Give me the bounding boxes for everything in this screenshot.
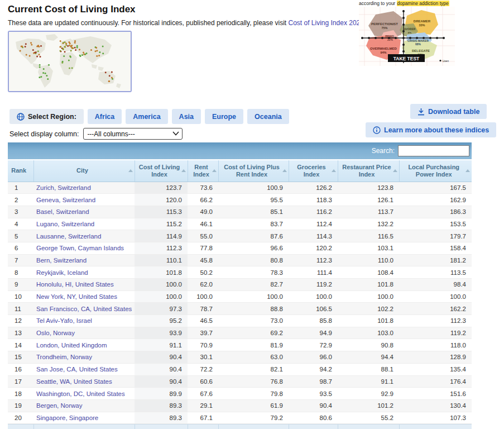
city-link[interactable]: Seattle, WA, United States <box>36 378 112 385</box>
rank-cell: 12 <box>8 315 33 327</box>
sort-caret-icon[interactable] <box>212 169 217 172</box>
ad-pct-overwhelmed: 94% <box>380 51 386 54</box>
value-cell: 112.3 <box>399 315 472 327</box>
city-link[interactable]: Geneva, Switzerland <box>36 197 95 203</box>
map-city-dot <box>75 49 76 51</box>
city-link[interactable]: Zurich, Switzerland <box>36 184 91 191</box>
city-link[interactable]: Trondheim, Norway <box>36 354 92 360</box>
city-link[interactable]: Washington, DC, United States <box>36 390 125 397</box>
map-city-dot <box>33 53 35 54</box>
region-button-europe[interactable]: Europe <box>205 109 243 124</box>
value-cell: 46.1 <box>188 218 218 230</box>
value-cell: 61.9 <box>218 399 289 412</box>
advertisement[interactable]: according to your dopamine addiction typ… <box>359 1 455 67</box>
sort-caret-icon[interactable] <box>128 169 133 172</box>
city-link[interactable]: Bergen, Norway <box>36 402 82 409</box>
display-column-select-wrap: ---All columns--- <box>83 128 183 140</box>
value-cell: 78.3 <box>218 266 289 279</box>
map-city-dot <box>46 75 47 77</box>
value-cell: 132.2 <box>338 218 399 230</box>
city-cell: Geneva, Switzerland <box>33 194 135 206</box>
city-link[interactable]: Tel Aviv-Yafo, Israel <box>36 317 92 324</box>
sort-caret-icon[interactable] <box>465 169 470 172</box>
column-header-cost-of-living-plus-rent-index[interactable]: Cost of Living Plus Rent Index <box>218 160 289 182</box>
table-row: 4Lugano, Switzerland115.246.183.7112.413… <box>8 218 472 230</box>
sort-caret-icon[interactable] <box>393 169 397 172</box>
sort-caret-icon[interactable] <box>332 169 336 172</box>
column-header-groceries-index[interactable]: Groceries Index <box>289 160 338 182</box>
region-button-africa[interactable]: Africa <box>88 109 122 124</box>
region-button-asia[interactable]: Asia <box>172 109 201 124</box>
rank-cell: 7 <box>8 254 33 266</box>
ad-pct-rebel: 22% <box>387 38 393 41</box>
display-column-select[interactable]: ---All columns--- <box>83 128 183 140</box>
value-cell: 100.0 <box>188 290 218 303</box>
footer-cell <box>289 425 338 429</box>
select-region-button[interactable]: Select Region: <box>9 109 84 124</box>
footer-cell <box>33 425 135 429</box>
map-city-dot <box>65 42 67 44</box>
column-header-rent-index[interactable]: Rent Index <box>188 160 218 182</box>
ad-take-test-button[interactable]: TAKE TEST <box>388 54 425 62</box>
city-link[interactable]: San Francisco, CA, United States <box>36 306 132 312</box>
value-cell: 95.5 <box>218 194 289 206</box>
value-cell: 103.0 <box>338 327 399 339</box>
city-link[interactable]: Basel, Switzerland <box>36 208 89 215</box>
sort-caret-icon[interactable] <box>282 169 287 172</box>
page-title: Current Cost of Living Index <box>8 4 136 15</box>
map-city-dot <box>98 55 100 56</box>
city-cell: Basel, Switzerland <box>33 206 135 218</box>
city-link[interactable]: Singapore, Singapore <box>36 414 98 421</box>
world-map-thumbnail[interactable] <box>8 31 132 92</box>
city-link[interactable]: George Town, Cayman Islands <box>36 245 124 251</box>
footer-cell <box>8 425 33 429</box>
column-header-restaurant-price-index[interactable]: Restaurant Price Index <box>338 160 399 182</box>
city-link[interactable]: New York, NY, United States <box>36 293 117 300</box>
region-button-oceania[interactable]: Oceania <box>247 109 289 124</box>
value-cell: 66.2 <box>188 194 218 206</box>
column-header-cost-of-living-index[interactable]: Cost of Living Index <box>135 160 188 182</box>
value-cell: 130.4 <box>399 399 472 412</box>
value-cell: 95.2 <box>135 315 188 327</box>
city-link[interactable]: Oslo, Norway <box>36 330 75 336</box>
city-cell: Honolulu, HI, United States <box>33 279 135 291</box>
value-cell: 72.2 <box>188 363 218 375</box>
city-link[interactable]: Bern, Switzerland <box>36 257 87 264</box>
value-cell: 113.5 <box>399 266 472 279</box>
city-link[interactable]: Lugano, Switzerland <box>36 221 94 227</box>
value-cell: 91.1 <box>135 339 188 351</box>
value-cell: 100.0 <box>338 290 399 303</box>
value-cell: 29.1 <box>188 399 218 412</box>
region-button-america[interactable]: America <box>126 109 167 124</box>
table-row: 11San Francisco, CA, United States97.378… <box>8 303 472 315</box>
city-link[interactable]: Reykjavik, Iceland <box>36 269 88 276</box>
city-link[interactable]: San Jose, CA, United States <box>36 366 118 373</box>
column-header-rank[interactable]: Rank <box>8 160 33 182</box>
value-cell: 110.1 <box>135 254 188 266</box>
historical-index-link[interactable]: Cost of Living Index 2026 <box>289 19 364 27</box>
search-input[interactable] <box>398 145 469 156</box>
map-city-dot <box>96 50 98 51</box>
city-link[interactable]: London, United Kingdom <box>36 342 107 349</box>
ad-brand-label: Liven <box>443 60 449 63</box>
download-table-button[interactable]: Download table <box>410 104 487 119</box>
city-link[interactable]: Honolulu, HI, United States <box>36 281 114 288</box>
sort-caret-icon[interactable] <box>181 169 186 172</box>
map-city-dot <box>25 43 27 45</box>
city-link[interactable]: Lausanne, Switzerland <box>36 233 101 240</box>
rank-cell: 13 <box>8 327 33 339</box>
value-cell: 179.7 <box>399 230 472 242</box>
learn-more-button[interactable]: Learn more about these indices <box>366 122 496 137</box>
subtitle-text: These data are updated continuously. For… <box>8 19 289 27</box>
column-header-local-purchasing-power-index[interactable]: Local Purchasing Power Index <box>399 160 472 182</box>
column-header-city[interactable]: City <box>33 160 135 182</box>
table-row: 9Honolulu, HI, United States100.062.082.… <box>8 279 472 291</box>
map-city-dot <box>60 50 61 52</box>
city-cell: San Jose, CA, United States <box>33 363 135 375</box>
value-cell: 39.7 <box>188 327 218 339</box>
value-cell: 114.3 <box>289 230 338 242</box>
value-cell: 81.9 <box>218 339 289 351</box>
value-cell: 162.9 <box>399 194 472 206</box>
download-table-label: Download table <box>428 108 479 116</box>
city-cell: Singapore, Singapore <box>33 412 135 424</box>
